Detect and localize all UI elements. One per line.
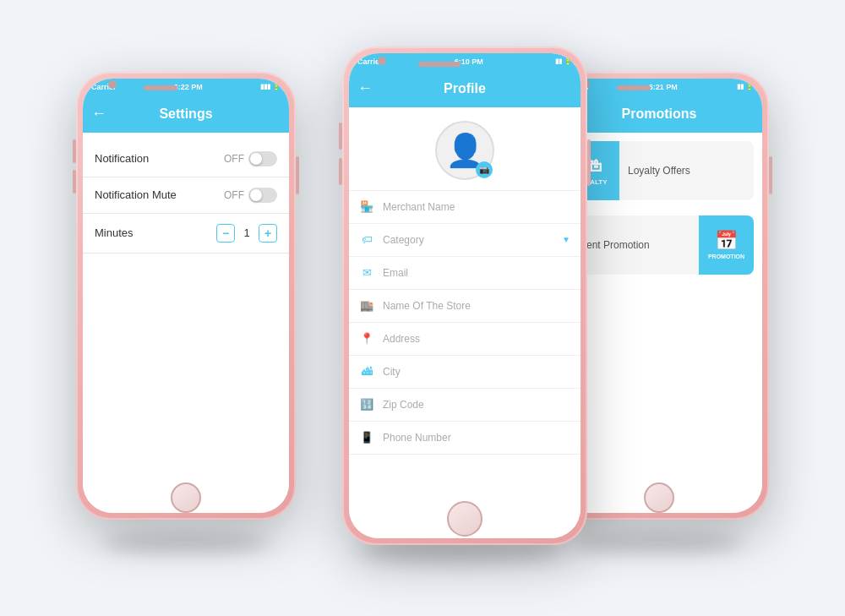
notification-mute-off-label: OFF	[224, 189, 244, 201]
left-screen: Carrier 6:22 PM ▮▮▮ 🔋 ← Settings Notific…	[83, 79, 289, 513]
store-name-field[interactable]: 🏬 Name Of The Store	[349, 290, 581, 323]
left-status-icons: ▮▮▮ 🔋	[260, 83, 281, 90]
promo-spacer	[564, 209, 754, 215]
notification-mute-label: Notification Mute	[95, 188, 177, 201]
minutes-label: Minutes	[95, 226, 134, 239]
phone-left: Carrier 6:22 PM ▮▮▮ 🔋 ← Settings Notific…	[76, 72, 296, 520]
center-back-btn[interactable]: ←	[357, 79, 373, 97]
zip-code-field[interactable]: 🔢 Zip Code	[349, 389, 581, 422]
left-back-btn[interactable]: ←	[91, 105, 106, 123]
notification-row: Notification OFF	[83, 141, 289, 177]
merchant-icon: 🏪	[359, 199, 374, 215]
side-btn-vol-up	[73, 139, 76, 163]
minutes-value: 1	[240, 226, 254, 239]
city-icon: 🏙	[359, 364, 374, 379]
minutes-increment[interactable]: +	[259, 224, 277, 243]
left-screen-title: Settings	[159, 106, 212, 122]
category-dropdown-arrow: ▼	[562, 235, 570, 244]
minutes-decrement[interactable]: −	[216, 224, 235, 243]
center-camera	[378, 57, 386, 65]
avatar-section: 👤 📷	[349, 107, 581, 191]
notification-mute-row: Notification Mute OFF	[83, 177, 289, 214]
zip-label: Zip Code	[383, 399, 570, 411]
merchant-name-field[interactable]: 🏪 Merchant Name	[349, 191, 581, 224]
store-name-label: Name Of The Store	[383, 300, 570, 312]
merchant-name-label: Merchant Name	[383, 201, 570, 213]
email-label: Email	[383, 267, 570, 279]
center-home-button[interactable]	[447, 501, 482, 537]
center-app-header: ← Profile	[349, 70, 581, 107]
city-field[interactable]: 🏙 City	[349, 356, 581, 389]
right-speaker	[617, 85, 651, 90]
email-field[interactable]: ✉ Email	[349, 257, 581, 290]
loyalty-card[interactable]: 🛍 LOYALTY Loyalty Offers	[564, 141, 754, 200]
loyalty-text: Loyalty Offers	[619, 165, 754, 177]
phone-label: Phone Number	[383, 432, 570, 444]
notification-mute-toggle-group: OFF	[224, 188, 277, 203]
phone-field[interactable]: 📱 Phone Number	[349, 422, 581, 455]
left-settings-content: Notification OFF Notification Mute OFF	[83, 133, 289, 513]
center-speaker	[418, 62, 461, 67]
profile-fields-list: 🏪 Merchant Name 🏷 Category ▼ ✉ Email 🏬	[349, 191, 581, 455]
phone-center: Carrier 6:10 PM ▮▮ 🔋 ← Profile 👤 📷	[342, 46, 587, 545]
camera-icon: 📷	[479, 165, 489, 174]
left-camera	[108, 80, 117, 89]
center-side-btn-vol-down	[339, 158, 342, 185]
center-screen: Carrier 6:10 PM ▮▮ 🔋 ← Profile 👤 📷	[349, 53, 581, 538]
right-side-btn-power	[769, 156, 772, 194]
notification-mute-toggle[interactable]	[248, 188, 277, 203]
center-profile-content: 👤 📷 🏪 Merchant Name 🏷 Category	[349, 107, 581, 538]
minutes-stepper: − 1 +	[216, 224, 277, 243]
right-home-button[interactable]	[644, 482, 674, 513]
notification-toggle-group: OFF	[224, 151, 277, 166]
center-status-icons: ▮▮ 🔋	[555, 57, 572, 65]
minutes-row: Minutes − 1 +	[83, 214, 289, 253]
promotion-badge: 📅 PROMOTION	[699, 215, 754, 275]
camera-badge[interactable]: 📷	[476, 161, 493, 178]
event-promo-card[interactable]: 📅 PROMOTION Event Promotion	[564, 215, 754, 275]
left-app-header: ← Settings	[83, 95, 289, 133]
address-label: Address	[383, 333, 570, 345]
right-status-icons: ▮▮ 🔋	[737, 83, 754, 90]
category-field[interactable]: 🏷 Category ▼	[349, 224, 581, 257]
avatar[interactable]: 👤 📷	[435, 121, 494, 180]
left-speaker	[144, 85, 177, 90]
left-home-button[interactable]	[171, 482, 201, 513]
center-screen-title: Profile	[444, 81, 486, 96]
promotion-badge-label: PROMOTION	[708, 253, 744, 259]
center-side-btn-vol-up	[339, 123, 342, 150]
settings-list: Notification OFF Notification Mute OFF	[83, 133, 289, 262]
promotion-icon: 📅	[715, 230, 738, 252]
center-side-btn-power	[587, 139, 591, 186]
notification-off-label: OFF	[224, 153, 244, 165]
side-btn-vol-down	[73, 170, 76, 194]
notification-toggle[interactable]	[248, 151, 277, 166]
store-icon: 🏬	[359, 298, 374, 313]
category-icon: 🏷	[359, 232, 374, 248]
zip-icon: 🔢	[359, 397, 374, 412]
right-screen-title: Promotions	[622, 106, 697, 122]
address-field[interactable]: 📍 Address	[349, 323, 581, 356]
notification-label: Notification	[95, 152, 149, 165]
left-time-center: 6:22 PM	[174, 83, 203, 91]
email-icon: ✉	[359, 265, 374, 281]
right-time: 6:21 PM	[649, 83, 678, 91]
phone-icon: 📱	[359, 430, 374, 445]
category-label: Category	[383, 234, 553, 246]
side-btn-power	[296, 156, 299, 194]
city-label: City	[383, 366, 570, 378]
phones-container: Carrier 6:22 PM ▮▮▮ 🔋 ← Settings Notific…	[42, 21, 803, 596]
address-icon: 📍	[359, 331, 374, 346]
